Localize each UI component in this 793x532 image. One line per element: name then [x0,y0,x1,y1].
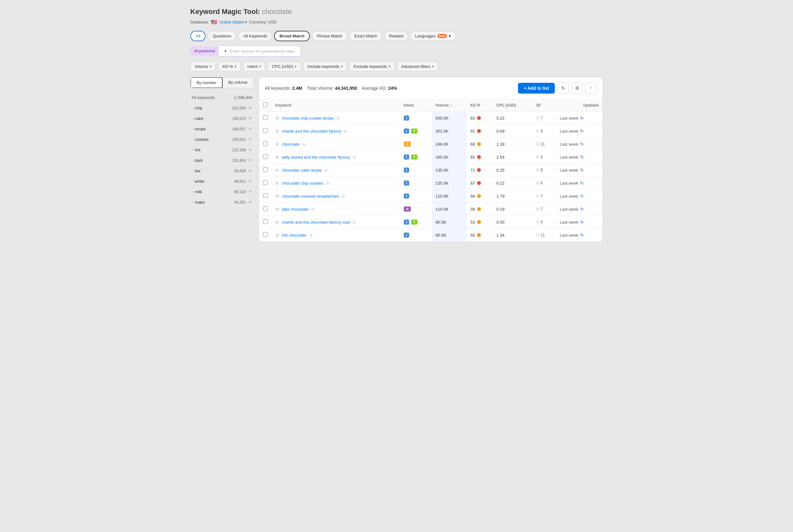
sidebar: By number By volume All keywords 2,398,4… [190,77,254,242]
chevron-down-icon: ▾ [210,64,212,69]
add-circle-icon[interactable]: ⊕ [275,180,279,186]
row-checkbox[interactable] [263,232,268,237]
sf-icon: ⊟ [536,233,539,237]
filter-intent[interactable]: Intent ▾ [243,61,266,71]
add-circle-icon[interactable]: ⊕ [275,168,279,173]
intent-cell: I [400,190,432,203]
ai-domain-input[interactable]: ✦ Enter domain for personalized data [218,46,301,56]
sidebar-item[interactable]: › milk 89,143 👁 [190,187,254,197]
keyword-link[interactable]: chocolate cake recipe [282,168,322,173]
row-checkbox[interactable] [263,180,268,185]
updated-cell: Last week↻ [556,229,602,242]
sidebar-item[interactable]: › cookies 169,522 👁 [190,134,254,145]
row-checkbox[interactable] [263,219,268,224]
sort-by-number[interactable]: By number [190,77,223,88]
row-checkbox[interactable] [263,141,268,146]
keyword-link[interactable]: chocolate covered strawberries [282,194,339,198]
filter-include-keywords[interactable]: Include keywords ▾ [303,61,347,71]
add-circle-icon[interactable]: ⊕ [275,220,279,225]
add-circle-icon[interactable]: ⊕ [275,115,279,120]
kd-value: 87 [470,181,475,186]
add-circle-icon[interactable]: ⊕ [275,129,279,134]
keyword-link[interactable]: chocolate chip cookie recipe [282,116,334,120]
sidebar-item[interactable]: › cake 199,523 👁 [190,113,254,124]
add-circle-icon[interactable]: ⊕ [275,207,279,212]
export-button[interactable]: ↓ [585,82,597,94]
sidebar-item[interactable]: › bar 93,839 👁 [190,166,254,176]
col-header-volume[interactable]: Volume ↕ [432,99,467,112]
tab-all[interactable]: All [190,31,206,41]
refresh-icon[interactable]: ↻ [580,115,584,120]
kd-dot [477,181,481,185]
col-header-sf: SF [532,99,556,112]
row-checkbox[interactable] [263,115,268,120]
add-to-list-button[interactable]: + Add to list [518,83,555,94]
kd-dot [477,168,481,172]
sidebar-item[interactable]: › recipe 188,557 👁 [190,124,254,134]
keyword-link[interactable]: hot chocolate [282,233,306,238]
refresh-icon[interactable]: ↻ [580,207,584,212]
tab-phrase-match[interactable]: Phrase Match [312,31,347,41]
refresh-icon[interactable]: ↻ [580,154,584,159]
select-all-checkbox[interactable] [263,102,268,107]
intent-cell: I [400,229,432,242]
filter-cpc[interactable]: CPC (USD) ▾ [268,61,301,71]
updated-cell: Last week↻ [556,216,602,229]
table-row: ⊕ chocolate chip cookie recipe ⊟ I550.0K… [259,112,602,125]
sidebar-item[interactable]: › make 64,351 👁 [190,197,254,207]
refresh-icon[interactable]: ↻ [580,141,584,147]
chevron-down-icon: ▾ [449,34,451,38]
row-checkbox[interactable] [263,167,268,172]
intent-badge-n: N [404,207,411,212]
updated-label: Last week [560,142,579,147]
tab-languages[interactable]: Languages beta ▾ [410,31,456,41]
filter-advanced[interactable]: Advanced filters ▾ [397,61,438,71]
refresh-button[interactable]: ↻ [557,82,569,94]
refresh-icon[interactable]: ↻ [580,180,584,186]
filter-volume[interactable]: Volume ▾ [190,61,216,71]
sidebar-item[interactable]: › dark 102,404 👁 [190,155,254,166]
kd-dot [477,207,481,211]
refresh-icon[interactable]: ↻ [580,193,584,198]
chevron-down-icon: ▾ [245,20,247,24]
clipboard-icon: ⊟ [353,220,356,225]
settings-button[interactable]: ⚙ [571,82,583,94]
clipboard-icon: ⊟ [342,194,345,198]
kd-cell: 39 [467,203,492,216]
tab-broad-match[interactable]: Broad Match [274,31,310,41]
add-circle-icon[interactable]: ⊕ [275,193,279,198]
sidebar-item[interactable]: › hot 115,186 👁 [190,145,254,155]
sort-by-volume[interactable]: By volume [223,77,253,88]
country-select[interactable]: United States ▾ [219,20,247,24]
refresh-icon[interactable]: ↻ [580,129,584,134]
sidebar-item[interactable]: › chip 203,594 👁 [190,103,254,113]
add-circle-icon[interactable]: ⊕ [275,141,279,147]
sf-cell: ⊟9 [532,125,556,138]
keyword-link[interactable]: chocolate [282,142,300,147]
refresh-icon[interactable]: ↻ [580,232,584,238]
row-checkbox[interactable] [263,128,268,133]
add-circle-icon[interactable]: ⊕ [275,154,279,159]
row-checkbox[interactable] [263,206,268,211]
row-checkbox[interactable] [263,154,268,159]
tab-all-keywords[interactable]: All Keywords [238,31,272,41]
keyword-link[interactable]: willy wonka and the chocolate factory [282,155,350,159]
tab-related[interactable]: Related [384,31,409,41]
sidebar-item[interactable]: › white 89,821 👁 [190,176,254,187]
keyword-link[interactable]: tabs chocolate [282,207,309,212]
table-row: ⊕ chocolate cake recipe ⊟ I135.0K710.25⊟… [259,164,602,177]
tab-questions[interactable]: Questions [208,31,236,41]
keyword-link[interactable]: charlie and the chocolate factory cast [282,220,350,225]
refresh-icon[interactable]: ↻ [580,168,584,173]
row-checkbox[interactable] [263,193,268,198]
select-all-header[interactable] [259,99,272,112]
add-circle-icon[interactable]: ⊕ [275,232,279,238]
refresh-icon[interactable]: ↻ [580,220,584,225]
currency-label: Currency: USD [249,20,276,24]
refresh-icon: ↻ [561,86,565,91]
keyword-link[interactable]: charlie and the chocolate factory [282,129,341,134]
filter-kd[interactable]: KD % ▾ [218,61,240,71]
filter-exclude-keywords[interactable]: Exclude keywords ▾ [350,61,394,71]
keyword-link[interactable]: chocolate chip cookies [282,181,324,186]
tab-exact-match[interactable]: Exact Match [349,31,382,41]
